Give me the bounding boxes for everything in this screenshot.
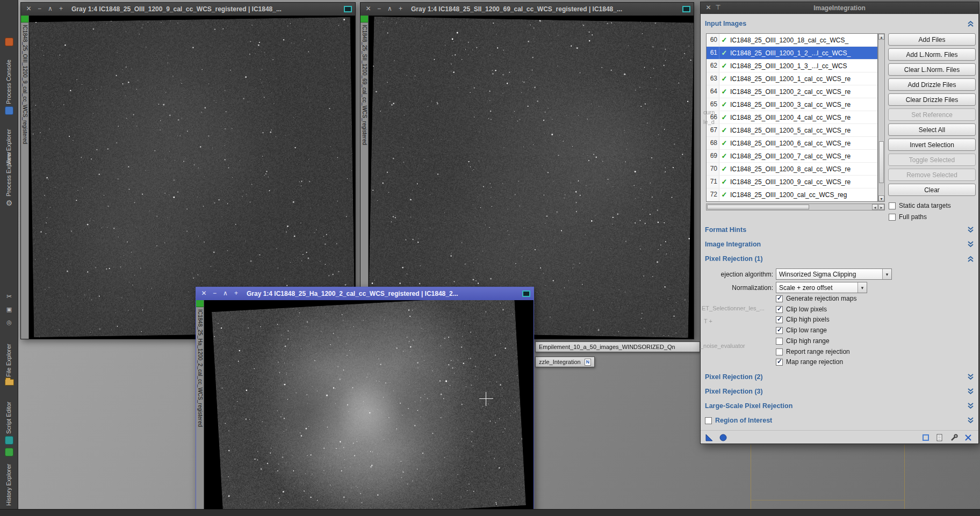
zoom-icon[interactable]: + [56,5,66,13]
view-selector-strip[interactable]: IC1848_25_OIII_1200_9_cal_cc_WCS_registe… [21,16,29,339]
chevron-down-icon[interactable]: ▾ [882,269,891,279]
enabled-check-icon[interactable]: ✓ [719,88,729,96]
apply-global-icon[interactable] [719,433,727,442]
input-image-row[interactable]: 69✓IC1848_25_OIII_1200_7_cal_cc_WCS_re [707,150,877,163]
zoom-icon[interactable]: + [232,289,241,298]
enabled-check-icon[interactable]: ✓ [719,126,729,134]
checkbox[interactable] [776,348,783,355]
input-image-row[interactable]: 67✓IC1848_25_OIII_1200_5_cal_cc_WCS_re [707,124,877,137]
image-view[interactable]: IC1848_25_Ha_1200_2_cal_cc_WCS_registere… [196,300,534,516]
sidebar-item-script-editor[interactable]: Script Editor [5,390,12,434]
close-icon[interactable]: ✕ [364,5,373,13]
view-selector-strip[interactable]: IC1848_25_Ha_1200_2_cal_cc_WCS_registere… [196,300,204,516]
grid-icon[interactable]: ▣ [4,306,14,313]
shade-icon[interactable]: ∧ [385,5,394,13]
region-of-interest-checkbox[interactable] [705,417,712,424]
history-explorer-icon[interactable] [5,448,13,456]
expand-icon[interactable] [967,227,974,233]
screen-icon[interactable] [522,290,530,297]
sidebar-item-history-explorer[interactable]: History Explorer [5,460,12,506]
input-images-list[interactable]: 60✓IC1848_25_OIII_1200_18_cal_cc_WCS_61✓… [706,33,878,202]
file-explorer-icon[interactable] [5,379,14,386]
option-generate-rejection-maps[interactable]: Generate rejection maps [776,295,856,302]
process-console-icon[interactable] [5,38,13,46]
close-icon[interactable]: ✕ [199,289,208,298]
option-report-range-rejection[interactable]: Report range rejection [776,348,850,355]
checkbox[interactable] [776,359,783,366]
section-pixel-rejection-3[interactable]: Pixel Rejection (3) [705,386,974,397]
expand-icon[interactable] [967,417,974,424]
scroll-left-icon[interactable]: ◂ [872,204,878,210]
iconize-icon[interactable]: − [35,5,44,13]
astro-image-canvas[interactable] [204,300,534,516]
enabled-check-icon[interactable]: ✓ [719,49,729,57]
horizontal-scrollbar[interactable]: ◂ ▸ [706,204,885,210]
apply-icon[interactable] [705,433,714,442]
close-icon[interactable]: ✕ [704,4,713,12]
collapse-icon[interactable] [967,20,974,27]
scissors-icon[interactable]: ✂ [4,293,14,300]
enabled-check-icon[interactable]: ✓ [719,191,729,199]
option-clip-low-pixels[interactable]: Clip low pixels [776,306,827,313]
add-drizzle-files-button[interactable]: Add Drizzle Files [888,78,976,91]
enabled-check-icon[interactable]: ✓ [719,165,729,173]
full-paths-option[interactable]: Full paths [889,213,927,221]
enabled-check-icon[interactable]: ✓ [719,152,729,160]
input-image-row[interactable]: 65✓IC1848_25_OIII_1200_3_cal_cc_WCS_re [707,98,877,111]
expand-icon[interactable] [967,374,974,380]
enabled-check-icon[interactable]: ✓ [719,139,729,147]
checkbox[interactable] [776,338,783,345]
input-image-row[interactable]: 61✓IC1848_25_OIII_1200_1_2_...l_cc_WCS_ [707,47,877,60]
enabled-check-icon[interactable]: ✓ [719,75,729,83]
shade-icon[interactable]: ∧ [46,5,55,13]
enabled-check-icon[interactable]: ✓ [719,36,729,44]
sidebar-item-process-console[interactable]: Process Console [5,52,12,104]
scrollbar-thumb[interactable] [707,205,809,209]
clear-l-norm-files-button[interactable]: Clear L.Norm. Files [888,63,976,76]
expand-icon[interactable] [967,403,974,409]
sidebar-item-file-explorer[interactable]: File Explorer [5,332,12,377]
section-input-images[interactable]: Input Images [705,18,974,29]
section-image-integration[interactable]: Image Integration [705,239,974,250]
scrollbar-thumb[interactable] [879,141,884,183]
enabled-check-icon[interactable]: ✓ [719,62,729,70]
checkbox[interactable] [776,316,783,323]
option-map-range-rejection[interactable]: Map range rejection [776,358,843,366]
close-icon[interactable]: ✕ [24,5,33,13]
input-image-row[interactable]: 64✓IC1848_25_OIII_1200_2_cal_cc_WCS_re [707,85,877,98]
clear-button[interactable]: Clear [888,184,976,196]
scroll-right-icon[interactable]: ▸ [878,204,884,210]
window-titlebar[interactable]: ✕ − ∧ + Gray 1:4 IC1848_25_OIII_1200_9_c… [21,3,355,16]
section-pixel-rejection-2[interactable]: Pixel Rejection (2) [705,372,974,382]
normalization-select[interactable]: Scale + zero offset ▾ [776,282,867,293]
option-clip-low-range[interactable]: Clip low range [776,326,827,334]
sidebar-item-process-explorer[interactable]: Process Explorer [5,142,12,197]
edit-preferences-wrench-icon[interactable] [950,433,959,442]
input-image-row[interactable]: 68✓IC1848_25_OIII_1200_6_cal_cc_WCS_re [707,137,877,150]
iconize-icon[interactable]: − [210,289,219,298]
chevron-down-icon[interactable]: ▾ [857,282,867,293]
option-clip-high-range[interactable]: Clip high range [776,337,830,345]
input-image-row[interactable]: 70✓IC1848_25_OIII_1200_8_cal_cc_WCS_re [707,163,877,176]
window-titlebar[interactable]: ✕ − ∧ + Gray 1:4 IC1848_25_Ha_1200_2_cal… [196,287,534,300]
enabled-check-icon[interactable]: ✓ [719,113,729,121]
enabled-check-icon[interactable]: ✓ [719,178,729,186]
checkbox[interactable] [889,202,896,209]
static-data-targets-option[interactable]: Static data targets [889,202,951,209]
shade-icon[interactable]: ∧ [221,289,230,298]
blue-square-icon[interactable] [921,433,930,442]
process-icon-label[interactable]: zzle_IntegrationN [535,357,595,367]
scroll-up-icon[interactable]: ▴ [878,34,884,40]
add-files-button[interactable]: Add Files [888,33,976,46]
input-image-row[interactable]: 60✓IC1848_25_OIII_1200_18_cal_cc_WCS_ [707,34,877,47]
input-image-row[interactable]: 72✓IC1848_25_OIII_1200_cal_cc_WCS_reg [707,188,877,201]
process-icon-label[interactable]: Empilement_10_a_50_images_WINDSORIZED_Qn [535,341,700,352]
enabled-check-icon[interactable]: ✓ [719,100,729,108]
screen-icon[interactable] [344,6,352,12]
vertical-scrollbar[interactable]: ▴ ▾ [878,33,885,202]
rejection-algorithm-select[interactable]: Winsorized Sigma Clipping ▾ [776,268,892,280]
window-titlebar[interactable]: ✕ − ∧ + Gray 1:4 IC1848_25_SII_1200_69_c… [361,3,694,16]
target-icon[interactable]: ◎ [4,319,14,326]
checkbox[interactable] [889,214,896,221]
select-all-button[interactable]: Select All [888,123,976,136]
